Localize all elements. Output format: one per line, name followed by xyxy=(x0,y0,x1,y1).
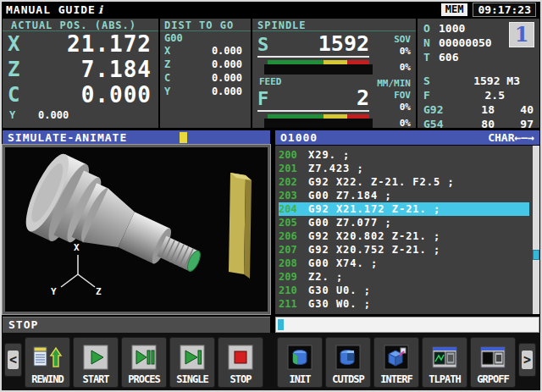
line-number: 204 xyxy=(279,203,301,215)
softkey-page-right[interactable]: > xyxy=(518,343,536,377)
softkey-label: INIT xyxy=(290,373,311,386)
line-text: G00 Z7.077 ; xyxy=(308,217,392,229)
feed-rate-row: F 2 xyxy=(257,87,369,112)
program-listing[interactable]: 200X29. ;201Z7.423 ;202G92 X22. Z-21. F2… xyxy=(275,146,539,314)
softkey-label: START xyxy=(82,373,108,386)
offset-row-g54: G548097 xyxy=(423,117,534,128)
axis-label: C xyxy=(164,72,170,84)
softkey-label: TLPATH xyxy=(429,373,460,386)
modal-s-value: 1592 M3 xyxy=(473,75,534,87)
mode-badge: MEM xyxy=(441,3,468,16)
main-section: SIMULATE-ANIMATE xyxy=(2,130,540,314)
program-line[interactable]: 203G00 Z7.184 ; xyxy=(279,189,529,202)
axis-value: 21.172 xyxy=(31,31,152,57)
cutdsp-icon xyxy=(334,342,362,373)
program-title-bar: O1000 CHAR←—→ xyxy=(275,130,539,145)
svg-text:Z: Z xyxy=(96,286,102,297)
program-line[interactable]: 209Z2. ; xyxy=(279,270,529,284)
axis-value: 0.000 xyxy=(170,45,242,57)
program-line[interactable]: 202G92 X22. Z-21. F2.5 ; xyxy=(279,175,529,189)
softkey-tlpath[interactable]: TLPATH xyxy=(422,337,467,388)
tool-number: 606 xyxy=(439,51,458,63)
program-scrollbar[interactable] xyxy=(533,146,539,314)
chevron-left-icon: < xyxy=(8,351,19,369)
workpiece-3d: X Y Z xyxy=(5,147,268,312)
program-line[interactable]: 204G92 X21.172 Z-21. ; xyxy=(279,202,529,216)
softkey-cutdsp[interactable]: CUTDSP xyxy=(325,337,371,388)
line-number: 205 xyxy=(279,217,301,229)
dist-to-go-header: DIST TO GO xyxy=(160,19,251,31)
program-line[interactable]: 208G00 X74. ; xyxy=(279,257,529,270)
feed-load-value: 0% xyxy=(369,118,411,128)
offset-row-g92: G921840 xyxy=(423,102,534,117)
title-bar: MANUAL GUIDEi MEM 09:17:23 xyxy=(2,2,540,18)
dist-axis-row-x: X0.000 xyxy=(160,44,251,58)
actual-position-panel: ACTUAL POS. (ABS.) X21.172Z7.184C0.000 Y… xyxy=(3,19,158,128)
axis-value: 0.000 xyxy=(38,109,69,121)
spindle-header: SPINDLE xyxy=(252,19,416,31)
line-text: Z2. ; xyxy=(308,271,343,283)
axis-row-z: Z7.184 xyxy=(3,57,158,82)
stop-icon xyxy=(226,342,255,373)
softkey-init[interactable]: INIT xyxy=(277,337,323,388)
offset-value-2: 40 xyxy=(495,103,534,116)
softkey-single[interactable]: SINGLE xyxy=(169,337,215,388)
mdi-input-bar[interactable] xyxy=(275,317,539,333)
softkey-page-left[interactable]: < xyxy=(4,343,22,377)
actual-position-header: ACTUAL POS. (ABS.) xyxy=(3,19,158,31)
init-icon xyxy=(285,342,314,373)
softkey-interf[interactable]: INTERF xyxy=(373,337,419,388)
program-line[interactable]: 206G92 X20.802 Z-21. ; xyxy=(279,229,529,243)
modal-f-value: 2.5 xyxy=(485,89,534,102)
proces-icon xyxy=(130,342,158,373)
program-line[interactable]: 207G92 X20.752 Z-21. ; xyxy=(279,243,529,257)
axis-label: Y xyxy=(164,86,170,97)
axis-value: 0.000 xyxy=(170,72,242,84)
softkey-label: INTERF xyxy=(380,373,412,386)
sov-label: SOV xyxy=(369,34,411,46)
softkey-grpoff[interactable]: GRPOFF xyxy=(470,337,516,388)
position-section: ACTUAL POS. (ABS.) X21.172Z7.184C0.000 Y… xyxy=(2,19,540,128)
axis-label: X xyxy=(8,32,31,56)
axis-label: X xyxy=(164,45,170,57)
softkey-label: SINGLE xyxy=(176,373,207,386)
program-line[interactable]: 201Z7.423 ; xyxy=(279,162,529,175)
softkey-proces[interactable]: PROCES xyxy=(121,337,167,388)
scrollbar-thumb[interactable] xyxy=(533,250,539,260)
program-line[interactable]: 200X29. ; xyxy=(279,148,529,162)
spindle-load-value: 0% xyxy=(369,62,411,74)
grpoff-icon xyxy=(478,342,507,373)
line-text: G92 X20.752 Z-21. ; xyxy=(308,244,440,256)
program-line[interactable]: 210G30 U0. ; xyxy=(279,284,529,297)
svg-text:Y: Y xyxy=(51,286,57,297)
dist-to-go-panel: DIST TO GO G00 X0.000Z0.000C0.000Y0.000 xyxy=(160,19,251,128)
spindle-s-label: S xyxy=(257,34,268,55)
input-cursor xyxy=(278,319,284,330)
dist-axis-row-y: Y0.000 xyxy=(160,85,251,98)
softkey-bar: < REWINDSTARTPROCESSINGLESTOP INITCUTDSP… xyxy=(2,333,540,392)
axis-row-c: C0.000 xyxy=(3,82,158,108)
status-section: STOP xyxy=(2,317,540,333)
line-number: 203 xyxy=(279,190,301,202)
feed-f-label: F xyxy=(257,88,268,109)
line-number: 208 xyxy=(279,257,301,269)
softkey-label: PROCES xyxy=(128,373,159,386)
line-number: 207 xyxy=(279,244,301,256)
program-line[interactable]: 205G00 Z7.077 ; xyxy=(279,216,529,229)
program-number: 1000 xyxy=(439,22,465,35)
softkey-rewind[interactable]: REWIND xyxy=(25,337,70,388)
axis-row-x: X21.172 xyxy=(3,31,158,57)
simulate-progress-block xyxy=(180,132,187,143)
offset-value-1: 18 xyxy=(454,103,495,116)
softkey-stop[interactable]: STOP xyxy=(218,337,263,388)
sequence-number: 00000050 xyxy=(439,36,492,49)
line-number: 209 xyxy=(279,271,301,283)
simulate-window: SIMULATE-ANIMATE xyxy=(3,130,270,314)
machine-state-bar: STOP xyxy=(3,317,270,333)
modal-s-row: S 1592 M3 xyxy=(423,74,534,88)
simulation-canvas[interactable]: X Y Z xyxy=(3,145,270,314)
line-number: 210 xyxy=(279,284,301,296)
program-line[interactable]: 211G30 W0. ; xyxy=(279,297,529,311)
softkey-label: CUTDSP xyxy=(332,373,363,386)
softkey-start[interactable]: START xyxy=(73,337,119,388)
